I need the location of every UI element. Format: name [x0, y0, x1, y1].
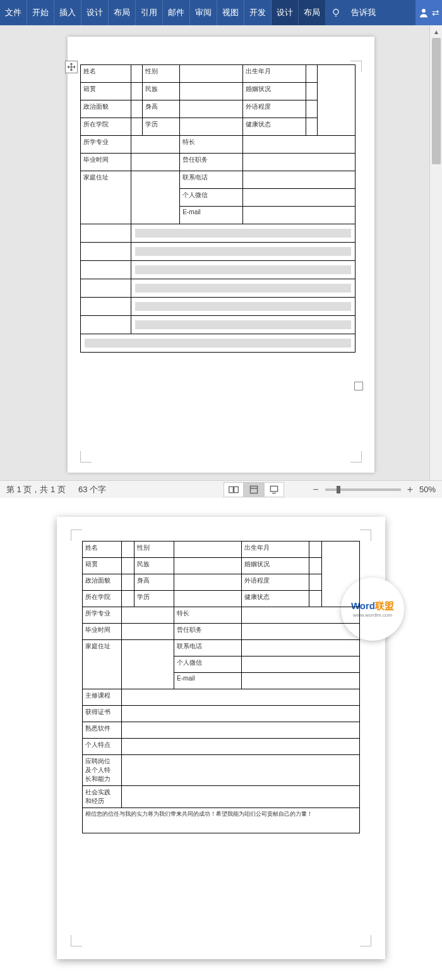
cell: 姓名 — [83, 541, 122, 558]
cell: 应聘岗位及个人特长和能力 — [83, 755, 122, 786]
cell[interactable]: 健康状态 — [242, 118, 306, 136]
tab-table-design[interactable]: 设计 — [272, 0, 299, 25]
cell[interactable]: 所在学院 — [81, 118, 131, 136]
cell[interactable] — [131, 154, 180, 171]
zoom-slider-thumb[interactable] — [337, 486, 340, 493]
resume-table[interactable]: 姓名性别出生年月 籍贯民族婚姻状况 政治面貌身高外语程度 所在学院学历健康状态 … — [80, 64, 355, 353]
tab-insert[interactable]: 插入 — [54, 0, 81, 25]
zoom-percent[interactable]: 50% — [419, 485, 436, 494]
scroll-thumb[interactable] — [432, 38, 441, 164]
status-word-count[interactable]: 63 个字 — [72, 484, 112, 495]
cell[interactable] — [131, 118, 143, 136]
document-page[interactable]: 姓名性别出生年月 籍贯民族婚姻状况 政治面貌身高外语程度 所在学院学历健康状态 … — [68, 37, 374, 473]
cell-gender-label[interactable]: 性别 — [143, 65, 180, 83]
cell[interactable] — [131, 100, 143, 118]
cell[interactable] — [242, 171, 355, 189]
cell-shaded[interactable] — [131, 298, 355, 316]
cell[interactable] — [180, 83, 243, 100]
cell[interactable] — [131, 83, 143, 100]
cell-shaded[interactable] — [131, 243, 355, 261]
ribbon-account[interactable]: ⇄ — [415, 0, 442, 25]
zoom-out-button[interactable]: − — [313, 484, 318, 495]
cell[interactable] — [81, 298, 131, 316]
vertical-scrollbar[interactable]: ▲ — [429, 25, 442, 480]
cell[interactable] — [242, 154, 355, 171]
corner — [71, 935, 82, 947]
cell[interactable] — [306, 100, 317, 118]
cell-shaded[interactable] — [131, 279, 355, 298]
cell: 学历 — [134, 591, 174, 607]
cell[interactable]: 身高 — [143, 100, 180, 118]
cell-birth-label[interactable]: 出生年月 — [242, 65, 306, 83]
tell-me[interactable]: 告诉我 — [346, 0, 381, 25]
cell[interactable]: 政治面貌 — [81, 100, 131, 118]
cell[interactable] — [81, 279, 131, 298]
cell-name-label[interactable]: 姓名 — [81, 65, 131, 83]
cell[interactable]: 外语程度 — [242, 100, 306, 118]
cell[interactable] — [306, 65, 317, 83]
cell[interactable]: 学历 — [143, 118, 180, 136]
cell[interactable]: 曾任职务 — [180, 154, 243, 171]
cell[interactable] — [242, 207, 355, 224]
page-corner-br — [350, 451, 362, 463]
cell-shaded[interactable] — [81, 334, 355, 353]
tab-view[interactable]: 视图 — [217, 0, 244, 25]
cell[interactable] — [131, 65, 143, 83]
cell[interactable] — [81, 316, 131, 334]
cell[interactable] — [180, 65, 243, 83]
cell[interactable]: 籍贯 — [81, 83, 131, 100]
cell-footer-text: 相信您的信任与我的实力将为我们带来共同的成功！希望我能为咱们公司贡献自己的力量！ — [83, 808, 360, 833]
zoom-in-button[interactable]: + — [407, 484, 413, 495]
view-print-layout[interactable] — [244, 482, 264, 497]
cell[interactable]: 婚姻状况 — [242, 83, 306, 100]
cell-shaded[interactable] — [131, 316, 355, 334]
cell[interactable] — [306, 118, 317, 136]
tab-table-layout[interactable]: 布局 — [299, 0, 326, 25]
svg-point-0 — [333, 9, 338, 15]
cell[interactable] — [242, 136, 355, 154]
cell[interactable] — [131, 136, 180, 154]
cell[interactable]: 个人微信 — [180, 189, 243, 207]
tab-review[interactable]: 审阅 — [190, 0, 217, 25]
tab-developer[interactable]: 开发 — [244, 0, 272, 25]
cell: 外语程度 — [242, 574, 309, 591]
cell[interactable]: E-mail — [180, 207, 243, 224]
scroll-up-arrow[interactable]: ▲ — [430, 25, 442, 38]
view-read-mode[interactable] — [224, 482, 244, 497]
cell[interactable] — [131, 171, 180, 224]
cell[interactable] — [81, 224, 131, 243]
tab-references[interactable]: 引用 — [136, 0, 163, 25]
cell: 特长 — [174, 607, 242, 624]
cell[interactable]: 民族 — [143, 83, 180, 100]
cell[interactable]: 所学专业 — [81, 136, 131, 154]
cell-shaded[interactable] — [131, 261, 355, 279]
svg-rect-4 — [234, 487, 239, 492]
cell[interactable]: 特长 — [180, 136, 243, 154]
cell[interactable] — [180, 100, 243, 118]
tab-file[interactable]: 文件 — [0, 0, 27, 25]
status-page[interactable]: 第 1 页，共 1 页 — [0, 484, 72, 495]
cell[interactable]: 联系电话 — [180, 171, 243, 189]
cell[interactable] — [81, 243, 131, 261]
cell-photo[interactable] — [318, 65, 355, 136]
zoom-slider[interactable] — [325, 488, 401, 491]
status-bar: 第 1 页，共 1 页 63 个字 − + 50% — [0, 480, 442, 498]
cell: 个人特点 — [83, 739, 122, 755]
cell[interactable] — [242, 189, 355, 207]
tab-home[interactable]: 开始 — [27, 0, 54, 25]
tab-layout[interactable]: 布局 — [109, 0, 136, 25]
cell-shaded[interactable] — [131, 224, 355, 243]
cell[interactable]: 毕业时间 — [81, 154, 131, 171]
table-move-handle[interactable] — [65, 61, 78, 73]
svg-rect-5 — [250, 486, 257, 493]
cell: 性别 — [134, 541, 174, 558]
cell[interactable] — [81, 261, 131, 279]
tab-mailings[interactable]: 邮件 — [163, 0, 190, 25]
cell[interactable] — [180, 118, 243, 136]
table-resize-handle[interactable] — [354, 382, 363, 390]
cell: 婚姻状况 — [242, 558, 309, 574]
tab-design[interactable]: 设计 — [81, 0, 109, 25]
cell[interactable] — [306, 83, 317, 100]
view-web-layout[interactable] — [264, 482, 284, 497]
cell[interactable]: 家庭住址 — [81, 171, 131, 224]
